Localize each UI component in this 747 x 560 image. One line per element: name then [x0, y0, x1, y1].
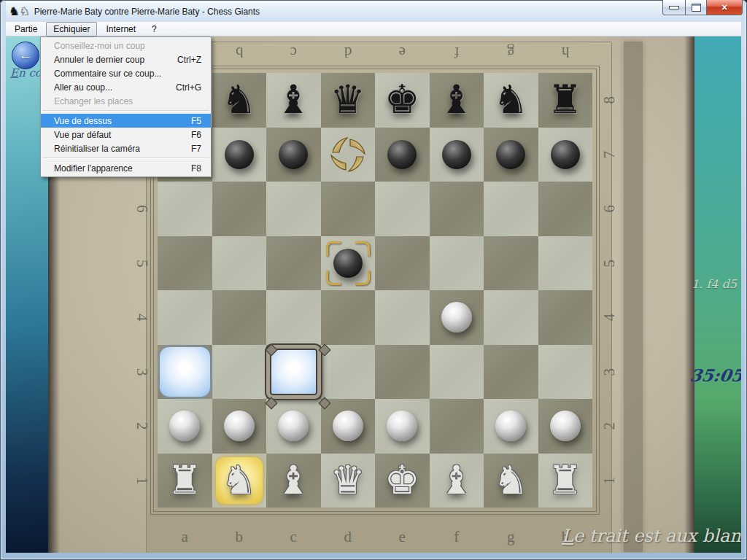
piece-white-pawn-b2[interactable] — [212, 399, 267, 454]
left-arrow-icon: ← — [19, 47, 33, 63]
white-knight-icon: ♞ — [222, 454, 257, 508]
back-button[interactable]: ← — [12, 42, 39, 69]
piece-white-pawn-a2[interactable] — [158, 399, 212, 454]
white-rook-icon: ♜ — [167, 454, 202, 508]
menu-item-modifier-lapparence[interactable]: Modifier l'apparenceF8 — [41, 161, 211, 175]
titlebar[interactable]: ♞♘ Pierre-Marie Baty contre Pierre-Marie… — [6, 1, 741, 23]
menu-item-label: Réinitialiser la caméra — [54, 144, 182, 154]
file-label-top-b: b — [212, 42, 267, 63]
menu-item-vue-de-dessus[interactable]: Vue de dessusF5 — [41, 114, 211, 128]
square-d3[interactable] — [321, 345, 376, 400]
piece-black-king-e8[interactable]: ♚ — [375, 73, 430, 128]
file-label-top-d: d — [321, 42, 376, 63]
menu-item-vue-par-defaut[interactable]: Vue par défautF6 — [41, 128, 211, 141]
white-king-icon: ♚ — [384, 454, 419, 508]
piece-white-rook-a1[interactable]: ♜ — [158, 454, 212, 508]
menu-item-label: Commentaire sur ce coup... — [54, 69, 193, 79]
piece-black-rook-h8[interactable]: ♜ — [538, 73, 593, 128]
square-c6[interactable] — [266, 182, 321, 236]
piece-white-king-e1[interactable]: ♚ — [375, 454, 430, 508]
turn-status-message: Le trait est aux blancs. — [562, 526, 741, 546]
piece-black-queen-d8[interactable]: ♛ — [321, 73, 376, 128]
piece-black-pawn-b7[interactable] — [212, 128, 267, 182]
square-d4[interactable] — [321, 290, 376, 345]
file-label-bottom-a: a — [158, 526, 212, 547]
piece-black-knight-g8[interactable]: ♞ — [484, 73, 538, 128]
square-b3[interactable] — [212, 345, 267, 400]
black-pawn-icon — [279, 140, 308, 169]
black-king-icon: ♚ — [384, 73, 419, 127]
chess-giants-window: ← En cours ♜♞♝♛♚♝♞♜♜♞♝♛♚♝♞♜ aabbccddeeff… — [0, 0, 747, 560]
piece-white-queen-d1[interactable]: ♛ — [321, 454, 376, 508]
menu-item-shortcut: Ctrl+G — [176, 82, 201, 93]
black-knight-icon: ♞ — [222, 73, 257, 127]
maximize-button[interactable] — [686, 0, 707, 15]
menu-item-label: Vue par défaut — [54, 130, 182, 140]
black-bishop-icon: ♝ — [276, 73, 311, 127]
piece-white-pawn-d2[interactable] — [321, 399, 376, 454]
piece-white-bishop-c1[interactable]: ♝ — [266, 454, 321, 508]
menu-item-conseillezmoi-un-coup[interactable]: Conseillez-moi un coup — [41, 39, 211, 52]
piece-black-pawn-f7[interactable] — [430, 128, 484, 182]
menu-item-shortcut: Ctrl+Z — [177, 55, 201, 65]
menu-item-annuler-le-dernier-coup[interactable]: Annuler le dernier coupCtrl+Z — [41, 52, 211, 66]
square-e5[interactable] — [375, 236, 430, 291]
square-d6[interactable] — [321, 182, 376, 236]
game-clock: 35:05 — [689, 365, 741, 385]
menu-item-label: Aller au coup... — [54, 82, 167, 93]
piece-black-pawn-h7[interactable] — [538, 128, 593, 182]
piece-white-pawn-f4[interactable] — [430, 290, 484, 345]
piece-white-knight-g1[interactable]: ♞ — [484, 454, 538, 508]
square-c5[interactable] — [266, 236, 321, 291]
rank-label-left-4: 4 — [115, 308, 170, 327]
square-f2[interactable] — [430, 399, 484, 454]
piece-white-pawn-e2[interactable] — [375, 399, 430, 454]
square-b4[interactable] — [212, 290, 267, 345]
menubar-item-internet[interactable]: Internet — [98, 22, 143, 36]
menu-item-commentaire-sur-ce-coup[interactable]: Commentaire sur ce coup... — [41, 66, 211, 80]
menu-item-reinitialiser-la-camera[interactable]: Réinitialiser la caméraF7 — [41, 141, 211, 155]
piece-white-pawn-c2[interactable] — [266, 399, 321, 454]
piece-black-knight-b8[interactable]: ♞ — [212, 73, 267, 128]
file-label-bottom-c: c — [266, 526, 321, 547]
black-knight-icon: ♞ — [493, 73, 528, 127]
rank-label-right-3: 3 — [582, 362, 637, 381]
piece-black-pawn-d5[interactable] — [321, 236, 376, 291]
square-g3[interactable] — [484, 345, 538, 400]
move-list: 1. f4 d5 — [692, 277, 741, 291]
piece-white-knight-b1[interactable]: ♞ — [212, 454, 267, 508]
square-c4[interactable] — [266, 290, 321, 345]
square-g5[interactable] — [484, 236, 538, 291]
square-b6[interactable] — [212, 182, 267, 236]
right-info-panel — [694, 36, 741, 553]
minimize-button[interactable] — [662, 0, 686, 15]
menubar-item-?[interactable]: ? — [144, 22, 164, 36]
menu-item-label: Annuler le dernier coup — [54, 55, 169, 65]
menu-item-shortcut: F6 — [191, 130, 201, 140]
square-g4[interactable] — [484, 290, 538, 345]
piece-white-pawn-g2[interactable] — [484, 399, 538, 454]
piece-white-bishop-f1[interactable]: ♝ — [430, 454, 484, 508]
piece-black-pawn-g7[interactable] — [484, 128, 538, 182]
square-g6[interactable] — [484, 182, 538, 236]
square-e6[interactable] — [375, 182, 430, 236]
menu-item-echanger-les-places[interactable]: Echanger les places — [41, 94, 211, 108]
piece-white-pawn-h2[interactable] — [538, 399, 593, 454]
piece-black-pawn-e7[interactable] — [375, 128, 430, 182]
square-b5[interactable] — [212, 236, 267, 291]
chess-board: ♜♞♝♛♚♝♞♜♜♞♝♛♚♝♞♜ — [158, 73, 592, 508]
piece-white-rook-h1[interactable]: ♜ — [538, 454, 593, 508]
square-e4[interactable] — [375, 290, 430, 345]
piece-black-bishop-c8[interactable]: ♝ — [266, 73, 321, 128]
square-f5[interactable] — [430, 236, 484, 291]
piece-black-pawn-c7[interactable] — [266, 128, 321, 182]
menu-item-aller-au-coup[interactable]: Aller au coup...Ctrl+G — [41, 80, 211, 94]
square-e3[interactable] — [375, 345, 430, 400]
menubar-item-echiquier[interactable]: Echiquier — [46, 22, 97, 36]
black-pawn-icon — [333, 249, 363, 278]
menubar-item-partie[interactable]: Partie — [7, 22, 44, 36]
square-f6[interactable] — [430, 182, 484, 236]
square-f3[interactable] — [430, 345, 484, 400]
piece-black-bishop-f8[interactable]: ♝ — [430, 73, 484, 128]
close-button[interactable]: × — [707, 0, 743, 15]
